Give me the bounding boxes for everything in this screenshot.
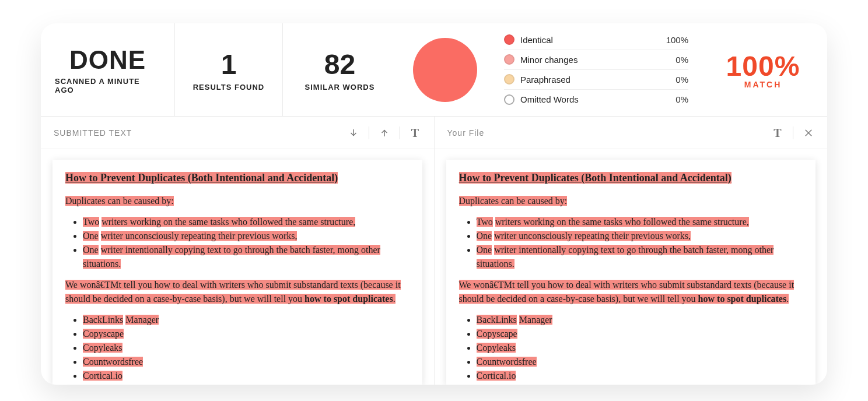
list-item: Cortical.io	[477, 369, 803, 383]
list-item: Cortical.io	[83, 369, 410, 383]
arrow-down-icon[interactable]	[348, 127, 359, 139]
text-formatting-icon[interactable]: T	[772, 127, 783, 139]
results-label: RESULTS FOUND	[193, 83, 265, 92]
legend-label: Minor changes	[520, 55, 578, 65]
doc-causes-list: Two writers working on the same tasks wh…	[65, 215, 410, 271]
doc-heading: How to Prevent Duplicates (Both Intentio…	[459, 170, 803, 186]
legend-label: Paraphrased	[520, 75, 570, 85]
match-percent: 100%	[726, 50, 800, 82]
list-item: Two writers working on the same tasks wh…	[83, 215, 410, 229]
list-item: Two writers working on the same tasks wh…	[477, 215, 803, 229]
list-item: Copyleaks	[83, 341, 410, 355]
list-item: Copyscape	[83, 327, 410, 341]
list-item: One writer intentionally copying text to…	[477, 243, 803, 271]
list-item: Copyleaks	[477, 341, 803, 355]
legend-row-identical: Identical 100%	[504, 30, 688, 50]
doc-intro: Duplicates can be caused by:	[65, 194, 410, 208]
doc-tools-list: BackLinks Manager Copyscape Copyleaks Co…	[65, 313, 410, 383]
match-label: MATCH	[744, 80, 782, 89]
doc-heading: How to Prevent Duplicates (Both Intentio…	[65, 170, 410, 186]
list-item: BackLinks Manager	[83, 313, 410, 327]
summary-bar: DONE SCANNED A MINUTE AGO 1 RESULTS FOUN…	[41, 23, 827, 117]
match-legend: Identical 100% Minor changes 0% Paraphra…	[494, 23, 699, 116]
doc-tools-list: BackLinks Manager Copyscape Copyleaks Co…	[459, 313, 803, 383]
report-card: DONE SCANNED A MINUTE AGO 1 RESULTS FOUN…	[41, 23, 827, 385]
source-document: How to Prevent Duplicates (Both Intentio…	[446, 160, 816, 385]
legend-row-omitted: Omitted Words 0%	[504, 90, 688, 110]
list-item: BackLinks Manager	[477, 313, 803, 327]
status-cell: DONE SCANNED A MINUTE AGO	[41, 23, 175, 116]
left-pane-tools: T	[348, 126, 421, 139]
legend-value: 0%	[676, 94, 688, 104]
list-item: One writer unconsciously repeating their…	[477, 229, 803, 243]
text-formatting-icon[interactable]: T	[410, 127, 421, 139]
dot-paraphrased-icon	[504, 74, 514, 85]
match-circle-wrap	[397, 23, 494, 116]
legend-label: Omitted Words	[520, 94, 579, 104]
right-pane: Your File T How to Prevent Duplicates (B…	[435, 117, 828, 385]
arrow-up-icon[interactable]	[379, 127, 390, 139]
status-sub: SCANNED A MINUTE AGO	[55, 77, 160, 94]
right-pane-tools: T	[772, 126, 814, 139]
left-pane-title: SUBMITTED TEXT	[54, 128, 132, 138]
similar-label: SIMILAR WORDS	[305, 83, 375, 92]
status-text: DONE	[69, 45, 146, 75]
doc-intro: Duplicates can be caused by:	[459, 194, 803, 208]
similar-count: 82	[324, 48, 355, 80]
close-icon[interactable]	[803, 127, 814, 139]
list-item: Copyscape	[477, 327, 803, 341]
legend-value: 0%	[676, 55, 688, 65]
dot-identical-icon	[504, 34, 514, 45]
doc-paragraph: We wonâ€TMt tell you how to deal with wr…	[65, 278, 410, 306]
results-cell: 1 RESULTS FOUND	[175, 23, 283, 116]
divider	[793, 126, 793, 139]
divider	[369, 126, 369, 139]
dot-omitted-icon	[504, 94, 514, 105]
results-count: 1	[221, 48, 237, 80]
legend-row-paraphrased: Paraphrased 0%	[504, 70, 688, 90]
right-pane-head: Your File T	[435, 117, 828, 149]
similar-cell: 82 SIMILAR WORDS	[283, 23, 397, 116]
legend-row-minor: Minor changes 0%	[504, 50, 688, 70]
left-pane-head: SUBMITTED TEXT T	[41, 117, 434, 149]
dot-minor-icon	[504, 54, 514, 65]
left-pane: SUBMITTED TEXT T	[41, 117, 435, 385]
compare-panes: SUBMITTED TEXT T	[41, 117, 827, 385]
list-item: One writer unconsciously repeating their…	[83, 229, 410, 243]
legend-label: Identical	[520, 35, 553, 45]
legend-value: 100%	[666, 35, 688, 45]
list-item: One writer intentionally copying text to…	[83, 243, 410, 271]
list-item: Countwordsfree	[83, 355, 410, 369]
submitted-document: How to Prevent Duplicates (Both Intentio…	[52, 160, 422, 385]
legend-value: 0%	[676, 75, 688, 85]
right-pane-title: Your File	[447, 128, 485, 138]
divider	[400, 126, 400, 139]
list-item: Countwordsfree	[477, 355, 803, 369]
doc-causes-list: Two writers working on the same tasks wh…	[459, 215, 803, 271]
doc-paragraph: We wonâ€TMt tell you how to deal with wr…	[459, 278, 803, 306]
match-circle-icon	[413, 38, 477, 102]
match-cell: 100% MATCH	[699, 23, 827, 116]
